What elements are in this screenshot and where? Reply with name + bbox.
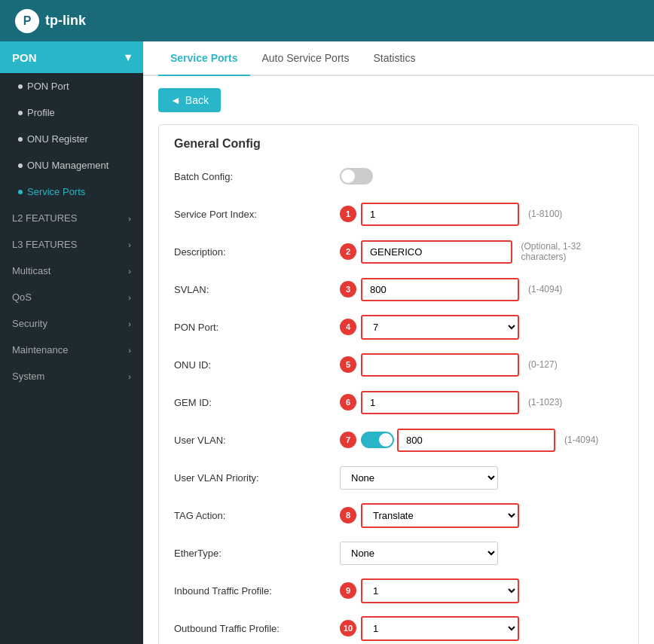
sidebar-item-system[interactable]: System ›	[0, 363, 143, 389]
service-port-index-control: 1 (1-8100)	[340, 203, 623, 226]
user-vlan-priority-select[interactable]: None	[340, 466, 498, 490]
step-badge-8: 8	[340, 507, 356, 523]
user-vlan-control: 7 (1-4094)	[340, 429, 623, 452]
outbound-traffic-control: 10 1	[340, 616, 623, 641]
step-badge-3: 3	[340, 281, 356, 298]
field-label-user-vlan-priority: User VLAN Priority:	[174, 472, 340, 484]
app-header: P tp-link	[0, 0, 654, 41]
sidebar-item-pon-port[interactable]: PON Port	[0, 73, 143, 99]
dot-icon	[18, 137, 23, 142]
field-label-service-port-index: Service Port Index:	[174, 209, 340, 220]
field-label-user-vlan: User VLAN:	[174, 435, 340, 446]
step-badge-10: 10	[340, 620, 356, 636]
form-row-user-vlan: User VLAN: 7 (1-4094)	[174, 426, 623, 453]
sidebar-item-label: Profile	[27, 107, 55, 118]
step-badge-9: 9	[340, 582, 356, 599]
sidebar-item-l2-features[interactable]: L2 FEATURES ›	[0, 205, 143, 231]
step-badge-4: 4	[340, 319, 356, 335]
gem-id-input[interactable]	[361, 391, 519, 414]
service-port-index-hint: (1-8100)	[528, 209, 562, 219]
sidebar-section-label: QoS	[12, 291, 32, 303]
dot-icon	[18, 111, 23, 115]
dot-icon	[18, 163, 23, 168]
ethertype-control: None	[340, 542, 623, 565]
batch-config-toggle[interactable]	[340, 168, 373, 185]
form-row-pon-port: PON Port: 4 7	[174, 313, 623, 340]
outbound-traffic-select[interactable]: 1	[361, 616, 519, 641]
tab-auto-service-ports[interactable]: Auto Service Ports	[250, 41, 362, 76]
dot-icon	[18, 190, 23, 194]
svlan-input[interactable]	[361, 278, 519, 301]
field-label-svlan: SVLAN:	[174, 284, 340, 295]
form-row-svlan: SVLAN: 3 (1-4094)	[174, 276, 623, 303]
tab-statistics[interactable]: Statistics	[361, 41, 427, 76]
chevron-down-icon: ▾	[125, 50, 131, 64]
sidebar-main-pon[interactable]: PON ▾	[0, 41, 143, 73]
sidebar-item-profile[interactable]: Profile	[0, 99, 143, 126]
page-content: ◄ Back General Config Batch Config:	[143, 76, 654, 644]
form-row-service-port-index: Service Port Index: 1 (1-8100)	[174, 200, 623, 227]
dot-icon	[18, 84, 23, 89]
form-row-gem-id: GEM ID: 6 (1-1023)	[174, 389, 623, 416]
sidebar-item-qos[interactable]: QoS ›	[0, 284, 143, 310]
sidebar-item-l3-features[interactable]: L3 FEATURES ›	[0, 231, 143, 258]
form-row-batch-config: Batch Config:	[174, 163, 623, 190]
tab-bar: Service Ports Auto Service Ports Statist…	[143, 41, 654, 76]
svlan-control: 3 (1-4094)	[340, 278, 623, 301]
step-badge-1: 1	[340, 206, 356, 222]
sidebar-item-label: PON Port	[27, 81, 69, 92]
logo-icon: P	[15, 9, 39, 33]
ethertype-select[interactable]: None	[340, 542, 498, 565]
tab-label: Statistics	[373, 52, 415, 64]
sidebar-item-onu-management[interactable]: ONU Management	[0, 152, 143, 179]
field-label-tag-action: TAG Action:	[174, 510, 340, 521]
tab-label: Service Ports	[170, 52, 238, 64]
user-vlan-toggle-wrapper	[361, 429, 555, 452]
tag-action-select[interactable]: Translate	[361, 503, 519, 528]
onu-id-input[interactable]	[361, 353, 519, 377]
sidebar-item-label: ONU Register	[27, 133, 88, 145]
sidebar-item-onu-register[interactable]: ONU Register	[0, 126, 143, 152]
step-badge-7: 7	[340, 432, 356, 448]
service-port-index-input[interactable]	[361, 203, 519, 226]
description-control: 2 (Optional, 1-32 characters)	[340, 240, 623, 264]
form-row-onu-id: ONU ID: 5 (0-127)	[174, 351, 623, 378]
logo-text: tp-link	[45, 13, 86, 29]
user-vlan-hint: (1-4094)	[564, 435, 598, 445]
chevron-right-icon: ›	[128, 240, 131, 249]
inbound-traffic-select[interactable]: 1	[361, 578, 519, 603]
sidebar: PON ▾ PON Port Profile ONU Register ONU …	[0, 41, 143, 644]
step-badge-5: 5	[340, 356, 356, 373]
sidebar-item-security[interactable]: Security ›	[0, 310, 143, 337]
form-row-inbound-traffic: Inbound Traffic Profile: 9 1	[174, 577, 623, 604]
sidebar-item-service-ports[interactable]: Service Ports	[0, 179, 143, 205]
sidebar-section-label: System	[12, 371, 44, 382]
description-input[interactable]	[361, 240, 512, 264]
tab-service-ports[interactable]: Service Ports	[158, 41, 250, 76]
field-label-batch-config: Batch Config:	[174, 171, 340, 182]
batch-config-control	[340, 168, 623, 185]
chevron-right-icon: ›	[128, 214, 131, 223]
general-config-panel: General Config Batch Config: Service Por…	[158, 124, 639, 644]
field-label-outbound-traffic: Outbound Traffic Profile:	[174, 623, 340, 634]
field-label-inbound-traffic: Inbound Traffic Profile:	[174, 585, 340, 597]
chevron-right-icon: ›	[128, 293, 131, 302]
chevron-right-icon: ›	[128, 346, 131, 355]
user-vlan-toggle[interactable]	[361, 432, 394, 448]
back-label: Back	[185, 94, 209, 106]
sidebar-item-maintenance[interactable]: Maintenance ›	[0, 337, 143, 363]
pon-port-select[interactable]: 7	[361, 315, 519, 340]
description-hint: (Optional, 1-32 characters)	[521, 241, 623, 262]
chevron-right-icon: ›	[128, 319, 131, 328]
back-button[interactable]: ◄ Back	[158, 88, 221, 112]
field-label-description: Description:	[174, 246, 340, 258]
form-row-tag-action: TAG Action: 8 Translate	[174, 502, 623, 529]
field-label-gem-id: GEM ID:	[174, 397, 340, 408]
pon-port-control: 4 7	[340, 315, 623, 340]
sidebar-item-multicast[interactable]: Multicast ›	[0, 258, 143, 284]
tab-label: Auto Service Ports	[262, 52, 350, 64]
sidebar-section-label: Maintenance	[12, 344, 68, 356]
sidebar-item-label: Service Ports	[27, 186, 85, 197]
user-vlan-input[interactable]	[397, 429, 555, 452]
main-layout: PON ▾ PON Port Profile ONU Register ONU …	[0, 41, 654, 644]
